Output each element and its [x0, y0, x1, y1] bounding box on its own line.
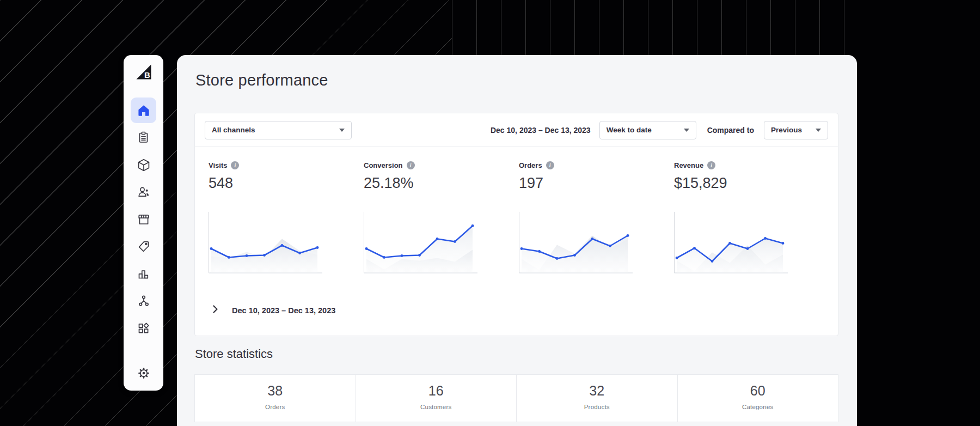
info-icon[interactable]: i: [407, 161, 415, 169]
metric-value: 548: [209, 175, 364, 192]
orders-sparkline: [519, 212, 633, 273]
info-icon[interactable]: i: [707, 161, 715, 169]
gear-icon: [137, 366, 151, 380]
metric-value: $15,829: [674, 175, 829, 192]
revenue-sparkline: [674, 212, 788, 273]
sidebar-item-home[interactable]: [131, 98, 156, 123]
store-statistics-title: Store statistics: [195, 347, 273, 361]
chevron-down-icon: [684, 129, 689, 132]
metric-value: 197: [519, 175, 674, 192]
sidebar-item-orders[interactable]: [131, 125, 156, 150]
sidebar: B: [124, 55, 163, 391]
period-select-value: Week to date: [607, 126, 652, 134]
metrics-row: Visits i 548 Conversion i 25.18% Orders …: [195, 147, 838, 276]
metric-conversion: Conversion i 25.18%: [364, 161, 519, 276]
stat-label: Products: [584, 404, 610, 410]
stat-label: Customers: [420, 404, 451, 410]
stat-orders: 38 Orders: [195, 375, 356, 422]
stat-value: 60: [750, 383, 765, 399]
sidebar-item-analytics[interactable]: [131, 261, 156, 287]
sidebar-item-marketing[interactable]: [131, 234, 156, 259]
dashboard-panel: Store performance All channels Dec 10, 2…: [177, 55, 857, 426]
metric-label: Visits: [209, 161, 227, 169]
visits-sparkline: [209, 212, 323, 273]
compare-select[interactable]: Previous: [764, 121, 828, 139]
apps-grid-icon: [137, 321, 150, 335]
metric-visits: Visits i 548: [209, 161, 364, 276]
date-range-expander[interactable]: Dec 10, 2023 – Dec 13, 2023: [213, 305, 335, 315]
storefront-icon: [137, 212, 151, 227]
clipboard-icon: [137, 131, 150, 144]
store-statistics-card: 38 Orders 16 Customers 32 Products 60 Ca…: [194, 374, 838, 422]
chevron-down-icon: [816, 129, 821, 132]
info-icon[interactable]: i: [231, 161, 239, 169]
metric-label: Conversion: [364, 161, 403, 169]
chevron-down-icon: [339, 129, 345, 132]
stat-value: 38: [267, 383, 283, 399]
channel-select-value: All channels: [212, 126, 255, 134]
stat-value: 16: [428, 383, 444, 399]
sidebar-item-products[interactable]: [131, 152, 156, 178]
filter-row: All channels Dec 10, 2023 – Dec 13, 2023…: [195, 113, 838, 147]
tag-icon: [137, 240, 151, 254]
compared-to-label: Compared to: [707, 126, 754, 135]
date-range-label: Dec 10, 2023 – Dec 13, 2023: [491, 126, 591, 135]
svg-text:B: B: [144, 70, 150, 80]
stat-products: 32 Products: [517, 375, 678, 422]
stat-label: Categories: [742, 404, 774, 410]
store-performance-card: All channels Dec 10, 2023 – Dec 13, 2023…: [194, 113, 838, 336]
stat-value: 32: [589, 383, 604, 399]
sidebar-item-channels[interactable]: [131, 288, 156, 314]
metric-label: Revenue: [674, 161, 703, 169]
metric-revenue: Revenue i $15,829: [674, 161, 829, 276]
chevron-right-icon: [213, 305, 218, 315]
stat-categories: 60 Categories: [678, 375, 838, 422]
channel-select[interactable]: All channels: [205, 121, 352, 139]
sidebar-item-storefront[interactable]: [131, 206, 156, 232]
sidebar-item-apps[interactable]: [131, 315, 156, 341]
conversion-sparkline: [364, 212, 478, 273]
home-icon: [137, 104, 151, 118]
stat-customers: 16 Customers: [356, 375, 517, 422]
share-nodes-icon: [137, 294, 151, 308]
expander-label: Dec 10, 2023 – Dec 13, 2023: [232, 306, 335, 315]
stat-label: Orders: [265, 404, 285, 410]
page-title: Store performance: [195, 71, 328, 89]
cube-icon: [137, 158, 151, 172]
bigcommerce-logo[interactable]: B: [136, 64, 152, 80]
sidebar-item-settings[interactable]: [131, 360, 156, 386]
compare-select-value: Previous: [771, 126, 802, 134]
metric-value: 25.18%: [364, 175, 519, 192]
info-icon[interactable]: i: [546, 161, 554, 169]
metric-orders: Orders i 197: [519, 161, 674, 276]
bar-chart-icon: [137, 267, 150, 281]
period-select[interactable]: Week to date: [599, 121, 696, 139]
sidebar-item-customers[interactable]: [131, 179, 156, 205]
customers-icon: [137, 185, 151, 199]
metric-label: Orders: [519, 161, 542, 169]
